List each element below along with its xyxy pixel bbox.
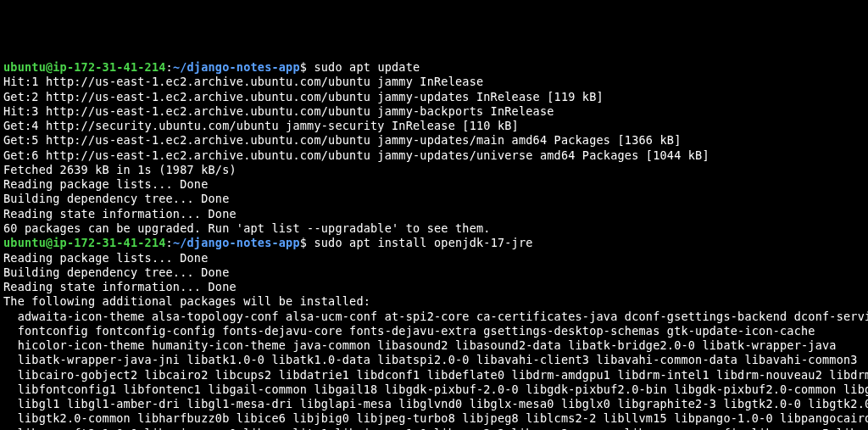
- prompt-path: ~/django-notes-app: [173, 60, 300, 74]
- prompt-host: ip-172-31-41-214: [53, 236, 165, 249]
- apt-update-line-5: Get:6 http://us-east-1.ec2.archive.ubunt…: [3, 148, 865, 163]
- additional-packages-line-6: libgl1 libgl1-amber-dri libgl1-mesa-dri …: [3, 397, 865, 411]
- prompt-user: ubuntu: [3, 60, 46, 74]
- prompt-colon: :: [166, 236, 173, 249]
- apt-install-line-1: Building dependency tree... Done: [3, 265, 865, 280]
- prompt-dollar: $: [300, 60, 314, 74]
- command-input-1[interactable]: sudo apt update: [314, 60, 420, 74]
- prompt-path: ~/django-notes-app: [173, 236, 300, 249]
- shell-prompt-2[interactable]: ubuntu@ip-172-31-41-214:~/django-notes-a…: [3, 236, 865, 250]
- prompt-dollar: $: [300, 236, 314, 249]
- terminal-output[interactable]: ubuntu@ip-172-31-41-214:~/django-notes-a…: [3, 60, 865, 430]
- apt-install-line-0: Reading package lists... Done: [3, 251, 865, 265]
- prompt-colon: :: [166, 60, 173, 74]
- additional-packages-line-4: libcairo-gobject2 libcairo2 libcups2 lib…: [3, 368, 865, 383]
- prompt-host: ip-172-31-41-214: [53, 60, 165, 74]
- additional-packages-line-8: libpangoft2-1.0-0 libpciaccess0 libpcscl…: [3, 427, 865, 430]
- command-input-2[interactable]: sudo apt install openjdk-17-jre: [314, 236, 532, 249]
- apt-update-line-6: Fetched 2639 kB in 1s (1987 kB/s): [3, 163, 865, 177]
- additional-packages-line-3: libatk-wrapper-java-jni libatk1.0-0 liba…: [3, 353, 865, 367]
- shell-prompt-1[interactable]: ubuntu@ip-172-31-41-214:~/django-notes-a…: [3, 60, 865, 75]
- apt-update-line-4: Get:5 http://us-east-1.ec2.archive.ubunt…: [3, 133, 865, 148]
- apt-install-line-2: Reading state information... Done: [3, 280, 865, 294]
- additional-packages-line-5: libfontconfig1 libfontenc1 libgail-commo…: [3, 383, 865, 397]
- prompt-user: ubuntu: [3, 236, 46, 249]
- additional-packages-line-0: adwaita-icon-theme alsa-topology-conf al…: [3, 310, 865, 324]
- apt-update-line-0: Hit:1 http://us-east-1.ec2.archive.ubunt…: [3, 75, 865, 89]
- apt-update-line-9: Reading state information... Done: [3, 207, 865, 221]
- additional-packages-line-2: hicolor-icon-theme humanity-icon-theme j…: [3, 338, 865, 353]
- apt-update-line-1: Get:2 http://us-east-1.ec2.archive.ubunt…: [3, 90, 865, 104]
- apt-update-line-10: 60 packages can be upgraded. Run 'apt li…: [3, 221, 865, 236]
- apt-update-line-3: Get:4 http://security.ubuntu.com/ubuntu …: [3, 119, 865, 133]
- apt-update-line-8: Building dependency tree... Done: [3, 192, 865, 206]
- additional-packages-line-1: fontconfig fontconfig-config fonts-dejav…: [3, 324, 865, 338]
- apt-update-line-7: Reading package lists... Done: [3, 177, 865, 192]
- apt-update-line-2: Hit:3 http://us-east-1.ec2.archive.ubunt…: [3, 104, 865, 119]
- apt-install-line-3: The following additional packages will b…: [3, 294, 865, 309]
- additional-packages-line-7: libgtk2.0-common libharfbuzz0b libice6 l…: [3, 411, 865, 426]
